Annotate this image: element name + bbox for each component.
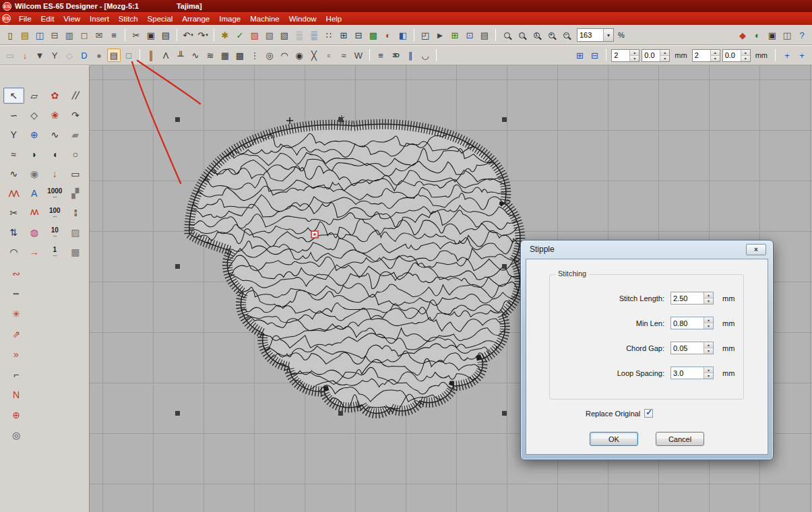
pin-stitch-icon[interactable]: ¦¦ xyxy=(65,205,86,221)
loop-spacing-input[interactable] xyxy=(671,367,704,379)
zoom-out-icon[interactable]: − xyxy=(559,28,573,42)
selection-handle[interactable] xyxy=(175,264,180,269)
hatch-lines-icon[interactable]: ∥ xyxy=(404,49,417,62)
zoom-to-fit-icon[interactable]: + xyxy=(795,49,809,62)
spin-down-icon[interactable]: ▾ xyxy=(711,56,720,61)
redo-icon[interactable]: ↷▾ xyxy=(196,28,210,42)
motif-fill-icon[interactable]: ▒ xyxy=(307,28,321,42)
open-curve-icon[interactable]: ≈ xyxy=(3,146,24,162)
jump-run-icon[interactable]: → xyxy=(24,244,45,260)
selection-handle[interactable] xyxy=(175,117,180,122)
florentine-bend-icon[interactable]: ◡ xyxy=(418,49,432,62)
start-marker-icon[interactable]: ⊕ xyxy=(7,407,25,423)
lettering-tool-icon[interactable]: A xyxy=(24,185,45,201)
ripple-fill-icon[interactable]: ◎ xyxy=(263,49,276,62)
n-stitch-icon[interactable]: N xyxy=(7,387,25,403)
generate-stitches-icon[interactable]: ✱ xyxy=(218,28,232,42)
zoom-level-combo[interactable]: ▾ xyxy=(577,28,614,42)
new-design-icon[interactable]: ▯ xyxy=(3,28,17,42)
satin-stitch-icon[interactable]: ║ xyxy=(144,49,158,62)
loop-spacing-spin-up[interactable]: ▴ xyxy=(704,367,713,373)
overview-window-icon[interactable]: ◰ xyxy=(418,28,432,42)
accordion-spacing-icon[interactable]: ≡ xyxy=(374,49,387,62)
show-repeats-icon[interactable]: ▭ xyxy=(3,49,17,62)
needle-point-icon[interactable]: ↓ xyxy=(18,49,32,62)
spin-up-icon[interactable]: ▴ xyxy=(741,50,750,56)
menu-item-image[interactable]: Image xyxy=(214,13,245,24)
e-stitch-icon[interactable]: ╨ xyxy=(174,49,187,62)
print-preview-icon[interactable]: ◻ xyxy=(77,28,91,42)
stitch-length-input[interactable] xyxy=(671,292,704,304)
contour-fill-icon[interactable]: ◠ xyxy=(278,49,291,62)
preset-100[interactable]: 100↔ xyxy=(44,205,65,221)
cut-icon[interactable]: ✂ xyxy=(129,28,143,42)
fancy-curve-icon[interactable]: ∾ xyxy=(7,265,25,282)
stipple-tool-icon[interactable]: ▤ xyxy=(107,49,121,62)
wave-effect-icon[interactable]: ≈ xyxy=(337,49,350,62)
undo-icon[interactable]: ↶▾ xyxy=(181,28,195,42)
selection-handle[interactable] xyxy=(502,264,507,269)
stitch-length-spin-up[interactable]: ▴ xyxy=(704,292,713,298)
zigzag-fill-icon[interactable]: ▨ xyxy=(248,28,261,42)
polygon-select-icon[interactable]: ▱ xyxy=(24,88,45,104)
design-info-icon[interactable]: ▣ xyxy=(766,28,779,42)
jagged-edge-icon[interactable]: W xyxy=(352,49,365,62)
select-tool-icon[interactable]: ↖ xyxy=(3,88,24,104)
buttonhole-icon[interactable]: ▰ xyxy=(65,127,86,143)
texture-b-icon[interactable]: ▩ xyxy=(65,244,86,260)
stitch-length-spin-down[interactable]: ▾ xyxy=(704,298,713,304)
nudge-tool-icon[interactable]: ⇅ xyxy=(3,224,24,241)
preset-1[interactable]: 1↔ xyxy=(44,244,65,260)
titlebar[interactable]: ES Wilcom ES-65 Designer - [Mozg-5:1 Taj… xyxy=(0,0,812,12)
menu-item-stitch[interactable]: Stitch xyxy=(114,13,143,24)
florentine-effect-icon[interactable]: ✿ xyxy=(44,88,65,104)
zoom-box-icon[interactable]: □ xyxy=(515,28,528,42)
row-count-input[interactable] xyxy=(612,50,629,61)
closed-curve-icon[interactable]: ◗ xyxy=(24,146,45,162)
satin-fill-icon[interactable]: ▨ xyxy=(263,28,276,42)
loop-spacing-spin-down[interactable]: ▾ xyxy=(704,373,713,379)
column-spacing-input[interactable] xyxy=(723,50,741,61)
print-icon[interactable]: ▥ xyxy=(63,28,76,42)
end-marker-icon[interactable]: ◎ xyxy=(7,427,25,443)
closest-join-icon[interactable]: ◇ xyxy=(63,49,76,62)
grid-toggle-icon[interactable]: ⊞ xyxy=(448,28,462,42)
design-properties-icon[interactable]: ≡ xyxy=(107,28,121,42)
zoom-1to1-icon[interactable]: 1 xyxy=(530,28,543,42)
stem-stitch-icon[interactable]: ≋ xyxy=(204,49,217,62)
film-view-icon[interactable]: ▤ xyxy=(478,28,491,42)
menu-item-insert[interactable]: Insert xyxy=(85,13,114,24)
menu-item-view[interactable]: View xyxy=(59,13,85,24)
chord-gap-input[interactable] xyxy=(671,342,704,354)
stipple-outline-icon[interactable]: □ xyxy=(122,49,135,62)
column-spacing-spinner[interactable]: ▴▾ xyxy=(722,49,751,62)
program-split-icon[interactable]: ▩ xyxy=(233,49,247,62)
zoom-in-icon[interactable]: + xyxy=(544,28,558,42)
menu-item-special[interactable]: Special xyxy=(143,13,178,24)
show-penetrations-icon[interactable]: ∷ xyxy=(322,28,336,42)
send-to-machine-icon[interactable]: ✉ xyxy=(92,28,106,42)
penetration-toggle-icon[interactable]: ▼ xyxy=(33,49,46,62)
menu-item-file[interactable]: File xyxy=(14,13,36,24)
square-stitch-icon[interactable]: ▫ xyxy=(322,49,336,62)
menu-item-help[interactable]: Help xyxy=(321,13,347,24)
star-stitch-icon[interactable]: ✳ xyxy=(7,306,25,322)
arc-digitize-icon[interactable]: ↷ xyxy=(65,107,86,123)
pan-icon[interactable]: + xyxy=(780,49,794,62)
rectangle-tool-icon[interactable]: ▭ xyxy=(65,166,86,182)
min-len-input[interactable] xyxy=(671,317,704,329)
fabric-grid-icon[interactable]: ⊟ xyxy=(588,49,601,62)
stitch-playback-icon[interactable]: ► xyxy=(433,28,447,42)
menu-item-edit[interactable]: Edit xyxy=(36,13,59,24)
selection-handle[interactable] xyxy=(175,411,180,416)
tatami-fill-icon[interactable]: ▦ xyxy=(218,49,232,62)
copy-icon[interactable]: ▣ xyxy=(144,28,158,42)
zoom-level-input[interactable] xyxy=(577,31,603,39)
zigzag-run-icon[interactable]: ⋀⋀ xyxy=(3,185,24,201)
save-design-icon[interactable]: ◫ xyxy=(33,28,46,42)
thread-palette-icon[interactable]: ◐ xyxy=(381,28,395,42)
spiral-fill-icon[interactable]: ◉ xyxy=(292,49,306,62)
dialog-close-button[interactable]: × xyxy=(746,244,766,255)
stitch-wave-icon[interactable]: ∿ xyxy=(44,127,65,143)
stipple-fill-icon[interactable]: ░ xyxy=(292,28,306,42)
